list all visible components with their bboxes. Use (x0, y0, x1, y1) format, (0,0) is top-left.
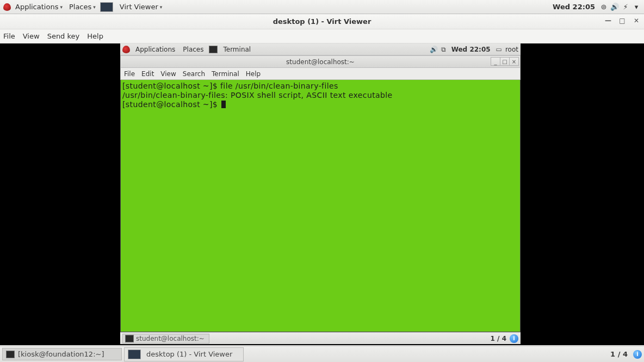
menu-help[interactable]: Help (87, 32, 103, 40)
chevron-down-icon: ▾ (160, 4, 163, 10)
window-titlebar: desktop (1) - Virt Viewer — □ ✕ (0, 14, 644, 29)
terminal-line: [student@localhost ~]$ file /usr/bin/cle… (122, 82, 338, 90)
cursor-icon (221, 101, 226, 108)
info-icon[interactable]: i (633, 350, 642, 359)
minimize-button[interactable]: — (604, 16, 612, 25)
window-title: desktop (1) - Virt Viewer (273, 17, 371, 26)
terminal-title: student@localhost:~ (286, 58, 355, 66)
user-icon: ▭ (496, 46, 502, 53)
volume-icon[interactable]: 🔊 (610, 3, 619, 11)
chevron-down-icon[interactable]: ▾ (632, 3, 641, 11)
window-menubar: File View Send key Help (0, 29, 644, 43)
volume-icon[interactable]: 🔊 (430, 46, 438, 53)
terminal-titlebar: student@localhost:~ _ □ × (120, 55, 521, 68)
menu-terminal[interactable]: Terminal (212, 70, 239, 78)
terminal-output[interactable]: [student@localhost ~]$ file /usr/bin/cle… (120, 80, 521, 332)
host-menu-applications[interactable]: Applications▾ (13, 2, 65, 12)
terminal-menubar: File Edit View Search Terminal Help (120, 68, 521, 80)
chevron-down-icon: ▾ (60, 4, 63, 10)
virt-viewer-app-icon (100, 2, 113, 12)
close-button[interactable]: × (509, 57, 519, 66)
terminal-app-icon (209, 46, 218, 53)
taskbar-item-virt-viewer[interactable]: desktop (1) - Virt Viewer (124, 347, 244, 361)
menu-sendkey[interactable]: Send key (47, 32, 80, 40)
chevron-down-icon: ▾ (93, 4, 96, 10)
terminal-app-icon (6, 351, 15, 358)
redhat-icon (3, 3, 11, 11)
maximize-button[interactable]: □ (500, 57, 510, 66)
battery-icon[interactable]: ⚡ (621, 3, 630, 11)
redhat-icon (122, 46, 130, 53)
close-button[interactable]: ✕ (632, 16, 641, 25)
network-icon[interactable]: ⧉ (441, 46, 446, 53)
guest-user-label[interactable]: root (505, 46, 518, 53)
guest-menu-places[interactable]: Places (181, 45, 206, 54)
guest-bottom-panel: student@localhost:~ 1 / 4 i (120, 332, 521, 344)
guest-menu-applications[interactable]: Applications (133, 45, 177, 54)
menu-file[interactable]: File (3, 32, 15, 40)
menu-help[interactable]: Help (246, 70, 261, 78)
host-top-panel: Applications▾ Places▾ Virt Viewer▾ Wed 2… (0, 0, 644, 14)
taskbar-item-label: student@localhost:~ (136, 335, 205, 342)
terminal-app-icon (125, 335, 134, 342)
guest-top-panel: Applications Places Terminal 🔊 ⧉ Wed 22:… (120, 43, 521, 55)
workspace-indicator[interactable]: 1 / 4 (491, 335, 506, 342)
info-icon[interactable]: i (510, 334, 518, 343)
taskbar-item-label: [kiosk@foundation12:~] (18, 350, 104, 358)
maximize-button[interactable]: □ (618, 16, 627, 25)
wifi-icon[interactable]: ⊚ (599, 3, 608, 11)
terminal-line: /usr/bin/clean-binary-files: POSIX shell… (122, 91, 393, 99)
terminal-prompt: [student@localhost ~]$ (122, 100, 220, 109)
guest-clock[interactable]: Wed 22:05 (449, 45, 493, 54)
taskbar-item-terminal[interactable]: student@localhost:~ (122, 334, 209, 344)
menu-edit[interactable]: Edit (141, 70, 154, 78)
virt-viewer-app-icon (128, 349, 141, 359)
host-bottom-panel: [kiosk@foundation12:~] desktop (1) - Vir… (0, 346, 644, 362)
menu-file[interactable]: File (124, 70, 135, 78)
taskbar-item-label: desktop (1) - Virt Viewer (146, 350, 232, 358)
host-menu-virt-viewer[interactable]: Virt Viewer▾ (117, 2, 165, 12)
guest-menu-terminal[interactable]: Terminal (221, 45, 253, 54)
host-menu-places[interactable]: Places▾ (67, 2, 98, 12)
guest-terminal-window: student@localhost:~ _ □ × File Edit View… (120, 55, 521, 332)
minimize-button[interactable]: _ (491, 57, 500, 66)
menu-view[interactable]: View (23, 32, 40, 40)
workspace-indicator[interactable]: 1 / 4 (610, 350, 628, 358)
vm-display[interactable]: Applications Places Terminal 🔊 ⧉ Wed 22:… (0, 43, 644, 345)
taskbar-item-kiosk-terminal[interactable]: [kiosk@foundation12:~] (2, 348, 122, 360)
host-clock[interactable]: Wed 22:05 (550, 2, 597, 12)
menu-view[interactable]: View (160, 70, 176, 78)
menu-search[interactable]: Search (183, 70, 205, 78)
